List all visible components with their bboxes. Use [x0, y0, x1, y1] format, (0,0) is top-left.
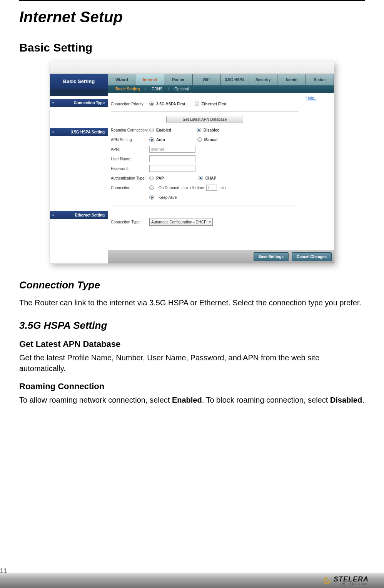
pap-label: PAP [156, 176, 164, 180]
tab-hspa[interactable]: 3.5G HSPA [221, 74, 249, 85]
tab-status[interactable]: Status [306, 74, 334, 85]
apn-auto-label: Auto [156, 138, 165, 142]
connection-priority-label: Connection Priority: [111, 102, 149, 106]
router-screenshot: Basic Setting Connection Type 3.5G HSPA … [50, 62, 334, 264]
radio-chap[interactable] [199, 176, 203, 180]
radio-pap[interactable] [149, 176, 154, 180]
radio-on-demand[interactable] [149, 185, 154, 190]
roaming-enabled-label: Enabled [156, 128, 171, 132]
text-connection-type: The Router can link to the internet via … [19, 297, 365, 308]
radio-roaming-enabled[interactable] [149, 128, 154, 132]
heading-apn-database: Get Latest APN Database [19, 339, 365, 349]
ethernet-conn-type-select[interactable]: Automatic Configuration - DHCP [149, 218, 213, 226]
footer-bar: STELERA WIRELESS [0, 573, 384, 588]
username-input[interactable] [149, 155, 195, 162]
radio-ethernet-first-label: Ethernet First [202, 102, 227, 106]
idle-time-input[interactable] [206, 185, 217, 191]
tab-wifi[interactable]: WiFi [193, 74, 221, 85]
tab-wizard[interactable]: Wizard [108, 74, 136, 85]
chap-label: CHAP [205, 176, 216, 180]
page-number: 11 [0, 568, 7, 575]
tab-admin[interactable]: Admin [277, 74, 306, 85]
tab-internet[interactable]: Internet [136, 74, 165, 85]
subtab-ddns[interactable]: DDNS [152, 87, 162, 91]
sidebar-item-hspa-setting: 3.5G HSPA Setting [50, 128, 108, 136]
text-apn-database: Get the latest Profile Name, Number, Use… [19, 352, 365, 374]
apn-setting-label: APN Setting: [111, 138, 149, 142]
radio-roaming-disabled[interactable] [197, 128, 201, 132]
radio-apn-auto[interactable] [149, 137, 154, 142]
password-input[interactable] [149, 165, 195, 172]
roaming-disabled-label: Disabled [204, 128, 220, 132]
apn-manual-label: Manual [204, 138, 217, 142]
radio-hspa-first[interactable] [149, 102, 154, 106]
get-apn-database-button[interactable]: Get Latest APN Database [166, 116, 243, 123]
section-basic-setting: Basic Setting [19, 41, 365, 54]
radio-apn-manual[interactable] [197, 137, 202, 142]
cancel-changes-button[interactable]: Cancel Changes [292, 252, 332, 261]
logo-swirl-icon [323, 576, 331, 585]
connection-label: Connection: [111, 186, 149, 190]
radio-hspa-first-label: 3.5G HSPA First [156, 102, 185, 106]
subtab-basic-setting[interactable]: Basic Setting [115, 87, 140, 91]
router-window-bar [50, 62, 334, 74]
auth-type-label: Authentication Type: [111, 176, 149, 180]
heading-connection-type: Connection Type [19, 279, 365, 291]
help-link[interactable]: Help... [306, 96, 317, 100]
roaming-label: Roaming Connection: [111, 128, 149, 132]
page-title: Internet Setup [19, 8, 365, 26]
username-label: User Name: [111, 157, 149, 161]
sidebar-title: Basic Setting [50, 74, 108, 89]
logo-main-text: STELERA [334, 575, 369, 583]
radio-ethernet-first[interactable] [195, 102, 199, 106]
heading-hspa-setting: 3.5G HSPA Setting [19, 320, 365, 331]
sidebar-item-ethernet-setting: Ethernet Setting [50, 211, 108, 219]
save-settings-button[interactable]: Save Settings [254, 252, 289, 261]
text-roaming-connection: To allow roaming network connection, sel… [19, 395, 365, 405]
radio-keep-alive[interactable] [149, 195, 154, 200]
ethernet-conn-type-label: Connection Type: [111, 220, 149, 224]
sidebar-item-connection-type: Connection Type [50, 99, 108, 107]
main-tabs: Wizard Internet Router WiFi 3.5G HSPA Se… [108, 74, 334, 85]
sub-tabs: Basic Setting / DDNS / Optional [108, 85, 334, 93]
apn-input[interactable] [149, 146, 195, 153]
min-label: min [219, 186, 225, 190]
password-label: Password: [111, 167, 149, 171]
subtab-optional[interactable]: Optional [174, 87, 189, 91]
heading-roaming-connection: Roaming Connection [19, 381, 365, 391]
apn-label: APN: [111, 147, 149, 152]
keep-alive-label: Keep Alive [159, 195, 177, 200]
on-demand-label: On Demand, max idle time [159, 186, 204, 190]
tab-router[interactable]: Router [164, 74, 193, 85]
tab-security[interactable]: Security [249, 74, 278, 85]
stelera-logo: STELERA WIRELESS [323, 575, 369, 585]
